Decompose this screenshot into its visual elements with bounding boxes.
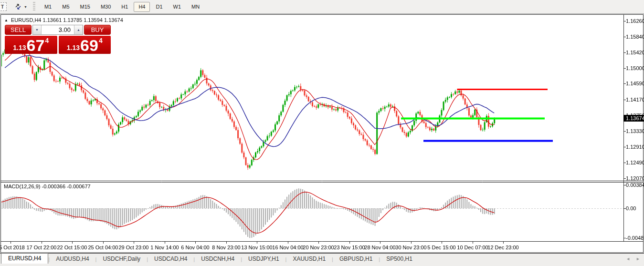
macd-scale-label: -0.004856	[626, 235, 644, 241]
tab-usdjpy-h1[interactable]: USDJPY,H1	[242, 255, 285, 264]
chart-title-text: EURUSD,H4 1.13661 1.13785 1.13594 1.1367…	[11, 17, 123, 23]
price-tick-label: 1.16260	[626, 18, 644, 24]
toolbar-grip[interactable]	[33, 2, 35, 11]
price-tick-label: 1.12070	[626, 175, 644, 181]
time-tick-label: 17 Oct 22:00	[27, 245, 57, 250]
time-tick-label: 23 Nov 15:00	[334, 245, 365, 250]
time-tick-label: 15 Oct 2018	[0, 245, 25, 250]
sell-price-point: 4	[45, 37, 49, 44]
tab-usdcnh-h4[interactable]: USDCNH,H4	[195, 255, 241, 264]
timeframe-button-m1[interactable]: M1	[40, 2, 56, 12]
tab-xauusd-h1[interactable]: XAUUSD,H1	[286, 255, 332, 264]
macd-indicator-label: MACD(12,26,9) -0.000366 -0.000677	[4, 184, 91, 189]
time-tick-label: 13 Nov 15:00	[241, 245, 272, 250]
buy-price-base: 1.13	[67, 44, 80, 51]
time-tick-label: 1 Nov 14:00	[150, 245, 179, 250]
timeframe-button-h1[interactable]: H1	[116, 2, 133, 12]
volume-stepper: ▼ ▲	[32, 25, 83, 35]
timeframe-button-w1[interactable]: W1	[169, 2, 186, 12]
time-tick-label: 20 Nov 23:00	[303, 245, 334, 250]
tick-arrows-icon[interactable]	[13, 2, 23, 11]
sell-button[interactable]: SELL	[5, 25, 32, 35]
tab-usdcad-h4[interactable]: USDCAD,H4	[148, 255, 193, 264]
timeframe-button-mn[interactable]: MN	[187, 2, 204, 12]
time-tick-label: 10 Dec 07:00	[457, 245, 488, 250]
time-tick-label: 6 Nov 04:00	[181, 245, 209, 250]
tab-usdchf-daily[interactable]: USDCHF,Daily	[96, 255, 147, 264]
price-tick-label: 1.13330	[626, 128, 644, 134]
price-tick-label: 1.12490	[626, 160, 644, 165]
time-tick-label: 22 Oct 15:00	[57, 245, 87, 250]
price-tick-label: 1.12910	[626, 144, 644, 150]
price-tick-label: 1.14170	[626, 97, 644, 102]
timeframe-button-m15[interactable]: M15	[75, 2, 95, 12]
macd-scale-label: 0.003847	[626, 182, 644, 188]
volume-decrease-button[interactable]: ▼	[33, 25, 42, 34]
time-tick-label: 29 Oct 23:00	[119, 245, 149, 250]
tab-scroll-right-icon[interactable]: ►	[636, 256, 640, 261]
timeframe-button-m30[interactable]: M30	[96, 2, 116, 12]
chart-tabs: EURUSD,H4|AUDUSD,H4|USDCHF,Daily|USDCAD,…	[0, 254, 644, 264]
time-tick-label: 30 Nov 23:00	[395, 245, 426, 250]
chart-window: ▲ EURUSD,H4 1.13661 1.13785 1.13594 1.13…	[0, 14, 644, 253]
tab-gbpusd-h1[interactable]: GBPUSD,H1	[333, 255, 379, 264]
tab-sp500-h1[interactable]: SP500,H1	[380, 255, 419, 264]
time-tick-label: 12 Dec 23:00	[487, 245, 518, 250]
price-tick-label: 1.15420	[626, 50, 644, 55]
chart-tab-bar: EURUSD,H4|AUDUSD,H4|USDCHF,Daily|USDCAD,…	[0, 253, 644, 266]
tab-scroll-arrows: ◄ ►	[626, 256, 640, 261]
timeframe-toolbar: T ▼ M1M5M15M30H1H4D1W1MN	[0, 0, 644, 14]
volume-increase-button[interactable]: ▲	[74, 25, 83, 34]
buy-price-tile[interactable]: 1.13 69 4	[59, 36, 111, 54]
mt4-terminal: T ▼ M1M5M15M30H1H4D1W1MN ▲ EURUSD,H4 1.1…	[0, 0, 644, 266]
price-tick-label: 1.14590	[626, 81, 644, 86]
one-click-trading-panel: SELL ▼ ▲ BUY 1.13 67 4 1.13 69 4	[5, 25, 111, 54]
sell-price-pips: 67	[27, 38, 45, 52]
tab-audusd-h4[interactable]: AUDUSD,H4	[50, 255, 95, 264]
timeframe-button-m5[interactable]: M5	[57, 2, 74, 12]
chart-title: ▲ EURUSD,H4 1.13661 1.13785 1.13594 1.13…	[4, 17, 123, 23]
dropdown-caret-icon[interactable]: ▼	[24, 5, 27, 9]
macd-scale-label: 0.00	[626, 205, 636, 211]
sell-price-tile[interactable]: 1.13 67 4	[5, 36, 57, 54]
time-tick-label: 28 Nov 04:00	[364, 245, 395, 250]
volume-input[interactable]	[42, 25, 74, 34]
window-marker-icon: ▲	[4, 18, 8, 22]
timeframe-buttons: M1M5M15M30H1H4D1W1MN	[39, 2, 205, 12]
time-tick-label: 8 Nov 23:00	[212, 245, 240, 250]
timeframe-button-h4[interactable]: H4	[134, 2, 150, 12]
current-price-tag: 1.13674	[623, 115, 644, 122]
buy-price-pips: 69	[80, 38, 98, 52]
timeframe-button-d1[interactable]: D1	[151, 2, 167, 12]
tab-eurusd-h4[interactable]: EURUSD,H4	[1, 253, 48, 264]
buy-price-point: 4	[99, 37, 103, 44]
cursor-tool-icon[interactable]: T	[0, 2, 7, 11]
price-tick-label: 1.15840	[626, 34, 644, 40]
price-tick-label: 1.15000	[626, 65, 644, 71]
tab-scroll-left-icon[interactable]: ◄	[626, 256, 630, 261]
buy-button[interactable]: BUY	[84, 25, 111, 35]
time-tick-label: 5 Dec 15:00	[427, 245, 455, 250]
sell-price-base: 1.13	[13, 44, 26, 51]
time-tick-label: 25 Oct 04:00	[88, 245, 118, 250]
time-tick-label: 16 Nov 04:00	[272, 245, 303, 250]
